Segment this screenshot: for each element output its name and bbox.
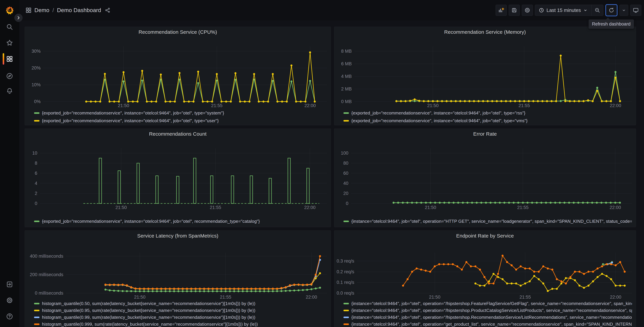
svg-text:10%: 10% bbox=[32, 82, 41, 87]
legend-label: {instance="otelcol:9464", job="otel", op… bbox=[352, 315, 632, 320]
recommendations-count-chart[interactable]: 024681021:5021:5522:00 bbox=[25, 129, 331, 227]
legend-item[interactable]: histogram_quantile(0.95, sum(rate(latenc… bbox=[34, 308, 327, 313]
legend-item[interactable]: histogram_quantile(0.999, sum(rate(laten… bbox=[34, 322, 327, 327]
legend-label: {exported_job="recommendationservice", i… bbox=[42, 110, 224, 116]
svg-text:21:50: 21:50 bbox=[427, 103, 439, 108]
sidebar-item-dashboards[interactable] bbox=[6, 56, 13, 62]
legend-swatch bbox=[34, 220, 40, 222]
legend-item[interactable]: {instance="otelcol:9464", job="otel", op… bbox=[344, 219, 632, 224]
breadcrumb-separator: / bbox=[52, 7, 54, 14]
legend-item[interactable]: {exported_job="recommendationservice", i… bbox=[344, 118, 632, 124]
legend-item[interactable]: {exported_job="recommendationservice", i… bbox=[344, 110, 632, 116]
legend-label: histogram_quantile(0.999, sum(rate(laten… bbox=[42, 322, 258, 327]
svg-text:0.0 req/s: 0.0 req/s bbox=[336, 290, 354, 296]
legend-label: {instance="otelcol:9464", job="otel", op… bbox=[352, 301, 632, 306]
sidebar-item-settings[interactable] bbox=[6, 297, 13, 304]
zoom-out-button[interactable] bbox=[592, 5, 603, 16]
time-picker: Last 15 minutes bbox=[535, 5, 603, 16]
svg-text:30%: 30% bbox=[32, 49, 41, 54]
legend-item[interactable]: {exported_job="recommendationservice", i… bbox=[34, 110, 327, 116]
sidebar-item-search[interactable] bbox=[6, 23, 13, 30]
kiosk-mode-button[interactable] bbox=[630, 5, 641, 16]
svg-text:21:55: 21:55 bbox=[518, 103, 530, 108]
legend-label: {instance="otelcol:9464", job="otel", op… bbox=[352, 219, 632, 224]
legend-swatch bbox=[34, 310, 40, 311]
panel-recommendations-count: Recommendations Count 024681021:5021:552… bbox=[25, 128, 331, 227]
legend-item[interactable]: {instance="otelcol:9464", job="otel", op… bbox=[344, 322, 632, 327]
apps-grid-icon bbox=[25, 7, 32, 14]
grafana-logo[interactable] bbox=[5, 6, 14, 15]
sign-in-icon bbox=[6, 281, 13, 288]
legend-item[interactable]: histogram_quantile(0.50, sum(rate(latenc… bbox=[34, 301, 327, 306]
legend-swatch bbox=[344, 310, 349, 311]
breadcrumb-section[interactable]: Demo bbox=[34, 7, 49, 14]
svg-text:21:50: 21:50 bbox=[116, 205, 127, 210]
legend-label: {exported_job="recommendationservice", i… bbox=[352, 118, 528, 124]
svg-text:2 MB: 2 MB bbox=[341, 86, 352, 92]
legend-item[interactable]: {exported_job="recommendationservice", i… bbox=[34, 118, 327, 124]
alerting-bell-icon bbox=[6, 87, 13, 94]
svg-text:22:00: 22:00 bbox=[610, 205, 621, 210]
breadcrumb-page-title[interactable]: Demo Dashboard bbox=[57, 7, 101, 14]
refresh-interval-button[interactable] bbox=[620, 5, 628, 16]
legend-label: {instance="otelcol:9464", job="otel", op… bbox=[352, 308, 632, 313]
legend-swatch bbox=[34, 120, 40, 122]
svg-text:80: 80 bbox=[343, 161, 348, 166]
sidebar-item-explore[interactable] bbox=[6, 72, 13, 80]
legend-swatch bbox=[34, 324, 40, 325]
error-rate-chart[interactable]: 02040608010021:5021:5522:00 bbox=[334, 129, 636, 227]
svg-text:22:00: 22:00 bbox=[610, 294, 621, 300]
settings-gear-icon bbox=[6, 297, 13, 304]
legend-label: histogram_quantile(0.50, sum(rate(latenc… bbox=[42, 301, 255, 306]
legend-item[interactable]: {exported_job="recommendationservice", i… bbox=[34, 219, 327, 224]
legend-item[interactable]: {instance="otelcol:9464", job="otel", op… bbox=[344, 301, 632, 306]
legend-label: histogram_quantile(0.99, sum(rate(latenc… bbox=[42, 315, 255, 320]
sidebar-item-alerting[interactable] bbox=[6, 87, 13, 94]
svg-text:0.3 req/s: 0.3 req/s bbox=[336, 258, 354, 264]
svg-text:8 MB: 8 MB bbox=[341, 49, 352, 54]
svg-text:10: 10 bbox=[32, 150, 37, 156]
legend-label: {instance="otelcol:9464", job="otel", op… bbox=[352, 322, 632, 327]
legend-label: {exported_job="recommendationservice", i… bbox=[42, 219, 260, 224]
legend-label: {exported_job="recommendationservice", i… bbox=[352, 110, 526, 116]
panel-service-latency: Service Latency (from SpanMetrics) 0 mil… bbox=[25, 230, 331, 327]
panel-endpoint-rate: Endpoint Rate by Service 0.0 req/s0.1 re… bbox=[334, 230, 636, 327]
clock-icon bbox=[539, 8, 544, 13]
search-icon bbox=[6, 23, 13, 30]
sidebar-expand-button[interactable] bbox=[14, 14, 22, 22]
svg-text:0 milliseconds: 0 milliseconds bbox=[35, 290, 63, 296]
svg-text:0.2 req/s: 0.2 req/s bbox=[336, 269, 354, 274]
active-indicator bbox=[3, 53, 4, 65]
star-icon bbox=[6, 39, 13, 46]
sidebar-item-starred[interactable] bbox=[6, 39, 13, 46]
legend-item[interactable]: {instance="otelcol:9464", job="otel", op… bbox=[344, 315, 632, 320]
legend-item[interactable]: {instance="otelcol:9464", job="otel", op… bbox=[344, 308, 632, 313]
add-panel-icon bbox=[498, 7, 504, 13]
help-circle-icon bbox=[6, 313, 13, 320]
time-range-button[interactable]: Last 15 minutes bbox=[535, 8, 591, 13]
explore-compass-icon bbox=[6, 72, 13, 80]
sidebar-item-sign-in[interactable] bbox=[6, 281, 13, 288]
legend-swatch bbox=[34, 303, 40, 304]
svg-text:21:55: 21:55 bbox=[210, 205, 221, 210]
svg-text:0%: 0% bbox=[34, 99, 41, 104]
svg-text:21:55: 21:55 bbox=[520, 294, 531, 300]
svg-text:21:50: 21:50 bbox=[118, 103, 129, 108]
legend-item[interactable]: histogram_quantile(0.99, sum(rate(latenc… bbox=[34, 315, 327, 320]
legend-swatch bbox=[344, 324, 349, 325]
sidebar-item-help[interactable] bbox=[6, 313, 13, 320]
share-alt-icon[interactable] bbox=[105, 8, 110, 13]
monitor-icon bbox=[633, 7, 639, 13]
svg-text:0: 0 bbox=[35, 201, 37, 206]
svg-text:400 milliseconds: 400 milliseconds bbox=[30, 254, 63, 259]
legend-swatch bbox=[34, 316, 40, 318]
svg-text:22:00: 22:00 bbox=[304, 205, 316, 210]
refresh-tooltip: Refresh dashboard bbox=[588, 20, 634, 29]
svg-text:0.1 req/s: 0.1 req/s bbox=[336, 280, 354, 285]
svg-text:100: 100 bbox=[341, 150, 348, 156]
add-panel-button[interactable] bbox=[496, 5, 507, 16]
refresh-dashboard-button[interactable] bbox=[606, 4, 618, 16]
save-dashboard-button[interactable] bbox=[509, 5, 520, 16]
dashboard-settings-button[interactable] bbox=[522, 5, 533, 16]
save-dashboard-icon bbox=[511, 7, 517, 13]
